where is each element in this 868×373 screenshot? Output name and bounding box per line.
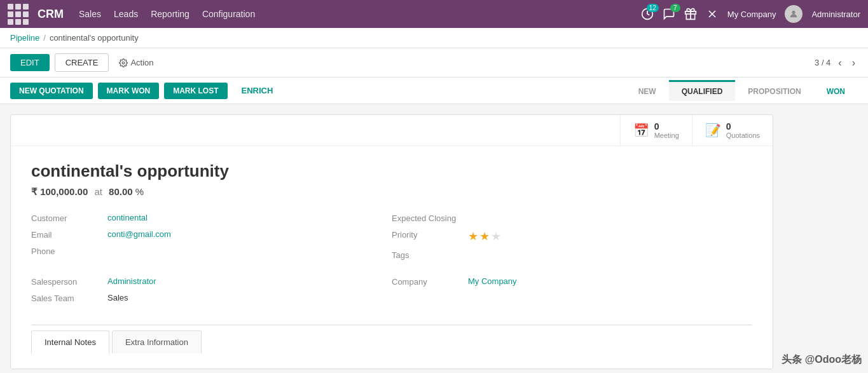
tab-internal-notes[interactable]: Internal Notes bbox=[31, 330, 109, 354]
menu-reporting[interactable]: Reporting bbox=[151, 9, 189, 19]
quotations-count: 0 bbox=[726, 121, 760, 132]
breadcrumb: Pipeline / continental's opportunity bbox=[0, 28, 868, 48]
meeting-label: Meeting bbox=[654, 132, 679, 139]
stage-bar: NEW QUOTATION MARK WON MARK LOST ENRICH … bbox=[0, 78, 868, 104]
field-expected-closing: Expected Closing bbox=[392, 213, 727, 223]
tab-extra-information[interactable]: Extra Information bbox=[112, 330, 202, 353]
tabs-bar: Internal Notes Extra Information bbox=[31, 325, 752, 353]
tags-label: Tags bbox=[392, 250, 468, 260]
user-avatar[interactable] bbox=[785, 5, 803, 23]
pagination-next[interactable]: › bbox=[850, 56, 858, 70]
field-group-left: Customer continental Email conti@gmail.c… bbox=[31, 213, 392, 266]
pagination: 3 / 4 ‹ › bbox=[815, 56, 858, 70]
x-icon bbox=[706, 8, 719, 20]
field-customer: Customer continental bbox=[31, 213, 366, 223]
star-3[interactable]: ★ bbox=[491, 229, 501, 243]
field-group-right: Expected Closing Priority ★ ★ ★ Tags bbox=[392, 213, 752, 266]
stage-qualified[interactable]: QUALIFIED bbox=[669, 80, 736, 101]
menu-sales[interactable]: Sales bbox=[79, 9, 101, 19]
action-bar: EDIT CREATE Action 3 / 4 ‹ › bbox=[0, 48, 868, 78]
top-navigation: CRM Sales Leads Reporting Configuration … bbox=[0, 0, 868, 28]
field-group-right-2: Company My Company bbox=[392, 276, 752, 309]
field-sales-team: Sales Team Sales bbox=[31, 293, 366, 303]
field-company: Company My Company bbox=[392, 276, 727, 287]
field-tags: Tags bbox=[392, 250, 727, 260]
breadcrumb-separator: / bbox=[43, 33, 46, 43]
top-menu: Sales Leads Reporting Configuration bbox=[79, 9, 641, 19]
field-priority: Priority ★ ★ ★ bbox=[392, 229, 727, 243]
phone-label: Phone bbox=[31, 246, 107, 256]
star-1[interactable]: ★ bbox=[468, 229, 478, 243]
gift-icon bbox=[684, 8, 697, 20]
field-salesperson: Salesperson Administrator bbox=[31, 276, 366, 287]
clock-icon-wrap[interactable]: 12 bbox=[641, 8, 654, 20]
user-name[interactable]: Administrator bbox=[811, 10, 860, 19]
svg-point-5 bbox=[792, 11, 796, 14]
gift-icon-wrap[interactable] bbox=[684, 8, 697, 20]
opportunity-amount: ₹ 100,000.00 at 80.00 % bbox=[31, 186, 752, 198]
new-quotation-button[interactable]: NEW QUOTATION bbox=[10, 83, 93, 99]
watermark: 头条 @Odoo老杨 bbox=[782, 353, 862, 367]
field-phone: Phone bbox=[31, 246, 366, 256]
stage-won[interactable]: WON bbox=[814, 80, 858, 101]
fields-grid: Customer continental Email conti@gmail.c… bbox=[31, 213, 752, 266]
action-button[interactable]: Action bbox=[119, 58, 153, 67]
action-label: Action bbox=[130, 58, 153, 67]
breadcrumb-parent[interactable]: Pipeline bbox=[10, 33, 39, 43]
company-name[interactable]: My Company bbox=[727, 10, 776, 19]
edit-button[interactable]: EDIT bbox=[10, 54, 50, 71]
app-grid-menu[interactable] bbox=[8, 4, 29, 25]
chat-badge: 7 bbox=[670, 4, 680, 12]
clock-badge: 12 bbox=[647, 4, 659, 12]
sales-team-label: Sales Team bbox=[31, 293, 107, 303]
field-group-left-2: Salesperson Administrator Sales Team Sal… bbox=[31, 276, 392, 309]
salesperson-label: Salesperson bbox=[31, 276, 107, 287]
avatar-icon bbox=[789, 9, 799, 19]
percent-sign: % bbox=[135, 186, 144, 197]
quotations-stat[interactable]: 📝 0 Quotations bbox=[692, 115, 773, 146]
pagination-prev[interactable]: ‹ bbox=[836, 56, 844, 70]
gear-icon bbox=[119, 58, 128, 67]
breadcrumb-current: continental's opportunity bbox=[50, 33, 139, 43]
close-nav-icon-wrap[interactable] bbox=[706, 8, 719, 20]
salesperson-value[interactable]: Administrator bbox=[107, 276, 156, 286]
email-value[interactable]: conti@gmail.com bbox=[107, 229, 171, 239]
quotations-label: Quotations bbox=[726, 132, 760, 139]
meeting-count: 0 bbox=[654, 121, 679, 132]
at-word: at bbox=[94, 186, 102, 197]
quotations-icon: 📝 bbox=[705, 123, 721, 138]
menu-leads[interactable]: Leads bbox=[114, 9, 138, 19]
stage-proposition[interactable]: PROPOSITION bbox=[735, 80, 813, 101]
mark-lost-button[interactable]: MARK LOST bbox=[164, 83, 227, 99]
mark-won-button[interactable]: MARK WON bbox=[98, 83, 160, 99]
sales-team-value: Sales bbox=[107, 293, 128, 302]
star-2[interactable]: ★ bbox=[479, 229, 490, 243]
svg-point-6 bbox=[123, 62, 125, 64]
probability-value: 80.00 bbox=[109, 186, 133, 197]
topnav-right: 12 7 My Company Administrator bbox=[641, 5, 860, 23]
create-button[interactable]: CREATE bbox=[55, 53, 109, 72]
meeting-stat[interactable]: 📅 0 Meeting bbox=[620, 115, 692, 146]
priority-stars[interactable]: ★ ★ ★ bbox=[468, 229, 501, 243]
calendar-icon: 📅 bbox=[633, 123, 649, 138]
stage-pipeline: NEW QUALIFIED PROPOSITION WON bbox=[626, 80, 858, 101]
menu-configuration[interactable]: Configuration bbox=[202, 9, 255, 19]
fields-grid-2: Salesperson Administrator Sales Team Sal… bbox=[31, 276, 752, 309]
customer-value[interactable]: continental bbox=[107, 213, 148, 222]
expected-closing-label: Expected Closing bbox=[392, 213, 468, 223]
main-content: 📅 0 Meeting 📝 0 Quotations continental's… bbox=[0, 104, 868, 373]
company-label: Company bbox=[392, 276, 468, 287]
amount-value: ₹ 100,000.00 bbox=[31, 186, 88, 197]
record-stats-bar: 📅 0 Meeting 📝 0 Quotations bbox=[11, 115, 773, 146]
field-email: Email conti@gmail.com bbox=[31, 229, 366, 240]
email-label: Email bbox=[31, 229, 107, 240]
chat-icon-wrap[interactable]: 7 bbox=[663, 8, 675, 20]
pagination-text: 3 / 4 bbox=[815, 58, 830, 67]
priority-label: Priority bbox=[392, 229, 468, 240]
stage-new[interactable]: NEW bbox=[626, 80, 669, 101]
company-value[interactable]: My Company bbox=[468, 276, 517, 286]
record-card: 📅 0 Meeting 📝 0 Quotations continental's… bbox=[10, 114, 773, 369]
record-body: continental's opportunity ₹ 100,000.00 a… bbox=[11, 146, 773, 369]
enrich-button[interactable]: ENRICH bbox=[233, 82, 282, 99]
app-brand[interactable]: CRM bbox=[38, 8, 64, 21]
